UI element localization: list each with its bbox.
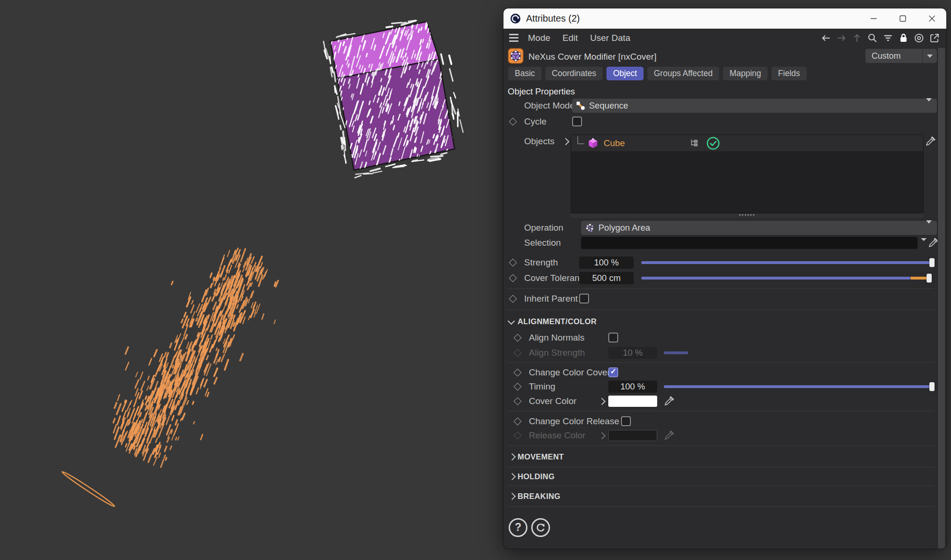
- hamburger-menu-icon[interactable]: [509, 34, 519, 42]
- operation-dropdown[interactable]: Polygon Area: [581, 221, 937, 235]
- close-button[interactable]: [917, 8, 946, 29]
- selection-eyedropper-icon[interactable]: [928, 238, 938, 248]
- keyframe-diamond-icon[interactable]: [509, 259, 517, 267]
- tab-object[interactable]: Object: [606, 67, 644, 80]
- cover-color-eyedropper-icon[interactable]: [664, 396, 674, 406]
- separator: [508, 467, 934, 467]
- holding-heading: HOLDING: [518, 470, 555, 483]
- up-arrow-icon[interactable]: [851, 32, 863, 44]
- selection-input[interactable]: [581, 237, 918, 249]
- object-mode-label: Object Mode: [524, 99, 575, 113]
- change-color-release-row: Change Color Release: [503, 415, 946, 428]
- selection-row: Selection: [503, 237, 946, 249]
- expand-chevron-icon[interactable]: [509, 453, 516, 461]
- keyframe-diamond-icon[interactable]: [514, 369, 522, 377]
- target-icon[interactable]: [913, 32, 925, 44]
- align-normals-row: Align Normals: [503, 332, 946, 344]
- collapse-chevron-icon[interactable]: [508, 318, 515, 325]
- operation-value: Polygon Area: [598, 223, 650, 233]
- inherit-parent-checkbox[interactable]: [579, 294, 589, 303]
- change-color-release-checkbox[interactable]: [621, 416, 631, 426]
- tab-mapping[interactable]: Mapping: [723, 67, 768, 80]
- tab-groups-affected[interactable]: Groups Affected: [647, 67, 719, 80]
- window-titlebar[interactable]: Attributes (2): [503, 8, 946, 29]
- back-arrow-icon[interactable]: [820, 32, 832, 44]
- cover-tolerance-value[interactable]: 500 cm: [579, 272, 634, 284]
- maximize-button[interactable]: [888, 8, 917, 29]
- hierarchy-icon[interactable]: [689, 138, 700, 149]
- search-icon[interactable]: [866, 32, 879, 44]
- lock-icon[interactable]: [897, 32, 910, 44]
- align-strength-label: Align Strength: [529, 347, 585, 359]
- timing-value[interactable]: 100 %: [608, 381, 657, 393]
- object-mode-dropdown[interactable]: Sequence: [572, 99, 937, 113]
- minimize-button[interactable]: [859, 8, 888, 29]
- slider-knob[interactable]: [929, 382, 935, 391]
- breaking-section-header[interactable]: BREAKING: [503, 490, 927, 503]
- expand-chevron-icon[interactable]: [509, 473, 516, 481]
- popout-icon[interactable]: [928, 32, 941, 44]
- keyframe-diamond-icon[interactable]: [509, 274, 517, 282]
- inherit-parent-row: Inherit Parent: [503, 293, 946, 305]
- cover-color-swatch[interactable]: [608, 396, 657, 407]
- keyframe-diamond-icon[interactable]: [509, 295, 517, 303]
- cover-tolerance-slider[interactable]: [641, 273, 934, 283]
- menu-edit[interactable]: Edit: [563, 33, 578, 43]
- timing-slider[interactable]: [664, 382, 934, 391]
- cover-color-expand-chevron-icon[interactable]: [598, 398, 606, 405]
- objects-label: Objects: [524, 135, 554, 148]
- keyframe-diamond-icon[interactable]: [514, 418, 522, 426]
- cycle-checkbox[interactable]: [572, 117, 582, 126]
- enabled-check-icon[interactable]: [706, 136, 720, 150]
- movement-section-header[interactable]: MOVEMENT: [503, 450, 927, 463]
- release-color-label: Release Color: [529, 429, 585, 442]
- strength-value[interactable]: 100 %: [579, 257, 634, 269]
- keyframe-diamond-icon[interactable]: [514, 383, 522, 391]
- tab-coordinates[interactable]: Coordinates: [545, 67, 603, 80]
- list-item[interactable]: Cube: [571, 135, 923, 151]
- selection-dropdown-arrow-icon[interactable]: [921, 241, 927, 249]
- align-strength-value: 10 %: [608, 347, 657, 359]
- section-title: Object Properties: [508, 86, 575, 97]
- movement-heading: MOVEMENT: [518, 450, 564, 463]
- preset-dropdown-arrow-icon[interactable]: [922, 49, 937, 63]
- object-item-name[interactable]: Cube: [604, 138, 625, 148]
- align-normals-label: Align Normals: [529, 332, 584, 344]
- keyframe-diamond-icon[interactable]: [509, 118, 517, 126]
- strength-slider[interactable]: [641, 258, 934, 267]
- separator: [508, 288, 934, 289]
- help-button[interactable]: ?: [509, 518, 527, 537]
- filter-icon[interactable]: [882, 32, 894, 44]
- list-resize-handle[interactable]: ••••••: [571, 214, 924, 218]
- polygon-area-icon: [585, 223, 595, 233]
- strength-label: Strength: [524, 257, 558, 269]
- preset-dropdown[interactable]: Custom: [865, 49, 937, 63]
- slider-knob[interactable]: [929, 258, 935, 267]
- menu-mode[interactable]: Mode: [528, 33, 550, 43]
- forward-arrow-icon[interactable]: [835, 32, 848, 44]
- nexus-modifier-icon: [508, 48, 524, 66]
- objects-list[interactable]: Cube: [571, 134, 924, 213]
- keyframe-diamond-icon[interactable]: [514, 334, 522, 342]
- objects-eyedropper-icon[interactable]: [925, 136, 935, 147]
- tab-fields[interactable]: Fields: [771, 67, 807, 80]
- holding-section-header[interactable]: HOLDING: [503, 470, 927, 483]
- slider-knob[interactable]: [927, 274, 932, 283]
- expand-chevron-icon[interactable]: [509, 493, 516, 500]
- refresh-button[interactable]: [531, 518, 550, 537]
- alignment-color-heading: ALIGNMENT/COLOR: [518, 315, 597, 328]
- alignment-color-section-header[interactable]: ALIGNMENT/COLOR: [503, 315, 927, 328]
- menu-user-data[interactable]: User Data: [590, 33, 630, 43]
- window-title: Attributes (2): [526, 13, 580, 24]
- tree-branch-line: [577, 136, 584, 144]
- keyframe-diamond-icon[interactable]: [514, 397, 522, 405]
- objects-expand-chevron-icon[interactable]: [562, 138, 570, 146]
- vertical-scrollbar[interactable]: [937, 48, 945, 549]
- align-normals-checkbox[interactable]: [608, 333, 618, 342]
- tab-basic[interactable]: Basic: [508, 67, 542, 80]
- change-color-cover-checkbox[interactable]: [608, 367, 618, 377]
- sequence-icon: [576, 101, 585, 110]
- cube-icon: [587, 137, 599, 149]
- change-color-cover-row: Change Color Cover: [503, 366, 946, 379]
- separator: [508, 310, 934, 310]
